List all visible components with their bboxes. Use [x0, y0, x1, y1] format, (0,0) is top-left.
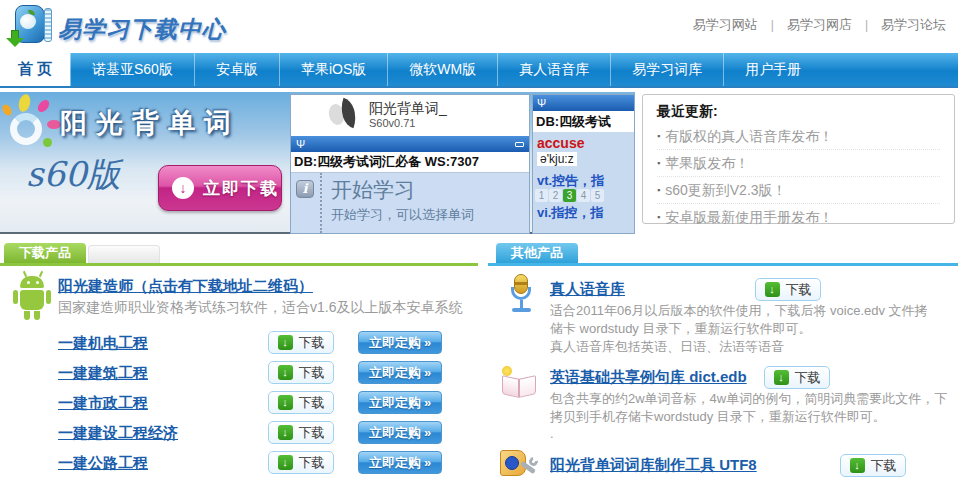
page-number[interactable]: 2: [549, 189, 562, 202]
info-icon: i: [296, 180, 314, 198]
other-product-link[interactable]: 真人语音库: [550, 280, 625, 299]
download-button[interactable]: ↓ 下载: [764, 366, 830, 389]
bullet-icon: ▪: [657, 158, 660, 168]
order-button[interactable]: 立即定购»: [358, 391, 442, 414]
antenna-icon: Ψ: [537, 97, 546, 109]
microphone-icon: [504, 274, 538, 318]
featured-product-desc: 国家建造师职业资格考试练习软件，适合v1.6及以上版本安卓系统: [58, 299, 462, 317]
product-desc: 真人语音库包括英语、日语、法语等语音: [550, 338, 784, 356]
product-link[interactable]: 一建市政工程: [58, 394, 148, 413]
banner-download-label: 立即下载: [203, 177, 279, 200]
other-product-link[interactable]: 阳光背单词词库制作工具 UTF8: [550, 456, 757, 475]
site-title: 易学习下载中心: [58, 14, 226, 45]
order-button[interactable]: 立即定购»: [358, 331, 442, 354]
nav-item-voice-library[interactable]: 真人语音库: [497, 53, 610, 86]
featured-product-link[interactable]: 阳光建造师（点击有下载地址二维码）: [58, 277, 313, 296]
antenna-icon: Ψ: [296, 138, 305, 150]
download-icon: ↓: [765, 282, 780, 297]
page-number[interactable]: 4: [577, 189, 590, 202]
separator: |: [771, 18, 774, 32]
zipper-icon: [44, 8, 52, 42]
top-link-website[interactable]: 易学习网站: [693, 16, 758, 34]
product-link[interactable]: 一建建筑工程: [58, 364, 148, 383]
meaning-vi: vi.指控，指: [537, 204, 603, 222]
phonetic: ə'kju:z: [537, 152, 577, 166]
recent-updates-title: 最近更新:: [657, 103, 940, 121]
screenshots-area: 阳光背单词_ S60v0.71 Ψ DB:四级考试词汇必备 WS:7307 i …: [290, 92, 635, 234]
divider: [0, 263, 478, 266]
download-button[interactable]: ↓ 下载: [268, 451, 334, 474]
download-icon: ↓: [278, 425, 293, 440]
update-item[interactable]: ▪安卓版最新使用手册发布！: [657, 204, 940, 231]
menu-desc: 开始学习，可以选择单词: [331, 206, 474, 224]
order-button[interactable]: 立即定购»: [358, 361, 442, 384]
tab-other-products[interactable]: 其他产品: [496, 243, 578, 263]
page-number[interactable]: 1: [535, 189, 548, 202]
download-button[interactable]: ↓ 下载: [840, 454, 906, 477]
download-arrow-icon: ↓: [172, 177, 194, 199]
page-number[interactable]: 5: [591, 189, 604, 202]
download-icon: ↓: [850, 458, 865, 473]
nav-item-nokia-s60[interactable]: 诺基亚S60版: [70, 53, 194, 86]
product-link[interactable]: 一建建设工程经济: [58, 424, 178, 443]
chevron-right-icon: »: [424, 335, 431, 350]
download-button[interactable]: ↓ 下载: [268, 331, 334, 354]
product-desc: 适合2011年06月以后版本的软件使用，下载后将 voice.edv 文件拷: [550, 302, 928, 320]
divider: [488, 263, 958, 266]
download-button[interactable]: ↓ 下载: [268, 391, 334, 414]
download-icon: ↓: [278, 335, 293, 350]
chevron-right-icon: »: [424, 365, 431, 380]
recent-updates-panel: 最近更新: ▪有版权的真人语音库发布！ ▪苹果版发布！ ▪s60更新到V2.3版…: [642, 94, 955, 224]
download-products-section: 下载产品 阳光建造师（点击有下载地址二维码） 国家建造师职业资格考试练习软件，适…: [0, 240, 481, 479]
app-name: 阳光背单词_: [369, 100, 447, 118]
header: 易学习下载中心 易学习网站 | 易学习网店 | 易学习论坛: [0, 0, 958, 53]
tab-download-products[interactable]: 下载产品: [4, 243, 86, 263]
nav-item-ios[interactable]: 苹果iOS版: [279, 53, 387, 86]
other-products-section: 其他产品 真人语音库 ↓ 下载 适合2011年06月以后版本的软件使用，下载后将…: [488, 240, 958, 479]
chevron-right-icon: »: [424, 395, 431, 410]
order-button[interactable]: 立即定购»: [358, 421, 442, 444]
banner-download-button[interactable]: ↓ 立即下载: [158, 165, 282, 211]
page: 易学习下载中心 易学习网站 | 易学习网店 | 易学习论坛 首 页 诺基亚S60…: [0, 0, 958, 479]
nav-item-android[interactable]: 安卓版: [194, 53, 279, 86]
db-status-line: DB:四级考试词汇必备 WS:7307: [291, 152, 529, 173]
update-item[interactable]: ▪有版权的真人语音库发布！: [657, 123, 940, 150]
update-item[interactable]: ▪s60更新到V2.3版！: [657, 177, 940, 204]
download-button[interactable]: ↓ 下载: [268, 421, 334, 444]
bullet-icon: ▪: [657, 131, 660, 141]
site-logo-icon: [8, 3, 54, 50]
banner-edition: s60版: [26, 152, 121, 198]
top-links: 易学习网站 | 易学习网店 | 易学习论坛: [693, 16, 946, 34]
download-icon: ↓: [278, 365, 293, 380]
product-link[interactable]: 一建机电工程: [58, 334, 148, 353]
app-splash-logo-icon: [329, 99, 363, 133]
bullet-icon: ▪: [657, 185, 660, 195]
product-desc: 包含共享的约2w单词音标，4w单词的例句，简明词典需要此文件，下: [550, 390, 947, 408]
top-link-forum[interactable]: 易学习论坛: [881, 16, 946, 34]
app-version: S60v0.71: [369, 117, 415, 129]
book-icon: [500, 366, 540, 402]
phone-screenshot-2: Ψ DB:四级考试 accuse ə'kju:z vt.控告，指 1 2 3 4…: [532, 94, 635, 234]
download-icon: ↓: [774, 370, 789, 385]
main-nav: 首 页 诺基亚S60版 安卓版 苹果iOS版 微软WM版 真人语音库 易学习词库…: [0, 53, 958, 88]
update-item[interactable]: ▪苹果版发布！: [657, 150, 940, 177]
tab-inactive[interactable]: [88, 245, 160, 263]
android-robot-icon: [10, 273, 54, 321]
other-product-link[interactable]: 英语基础共享例句库 dict.edb: [550, 368, 747, 387]
bullet-icon: ▪: [657, 212, 660, 222]
nav-item-manual[interactable]: 用户手册: [723, 53, 822, 86]
divider: [320, 173, 322, 233]
download-arrow-head-icon: [6, 38, 24, 47]
wordbook-tool-icon: [496, 448, 538, 479]
chevron-right-icon: »: [424, 425, 431, 440]
nav-item-wm[interactable]: 微软WM版: [387, 53, 497, 86]
top-link-store[interactable]: 易学习网店: [787, 16, 852, 34]
product-link[interactable]: 一建公路工程: [58, 454, 148, 473]
nav-item-home[interactable]: 首 页: [0, 53, 70, 86]
download-button[interactable]: ↓ 下载: [755, 278, 821, 301]
order-button[interactable]: 立即定购»: [358, 451, 442, 474]
nav-item-dictionary[interactable]: 易学习词库: [610, 53, 723, 86]
download-button[interactable]: ↓ 下载: [268, 361, 334, 384]
db-status-line: DB:四级考试: [533, 111, 634, 132]
page-number-active[interactable]: 3: [563, 189, 576, 202]
